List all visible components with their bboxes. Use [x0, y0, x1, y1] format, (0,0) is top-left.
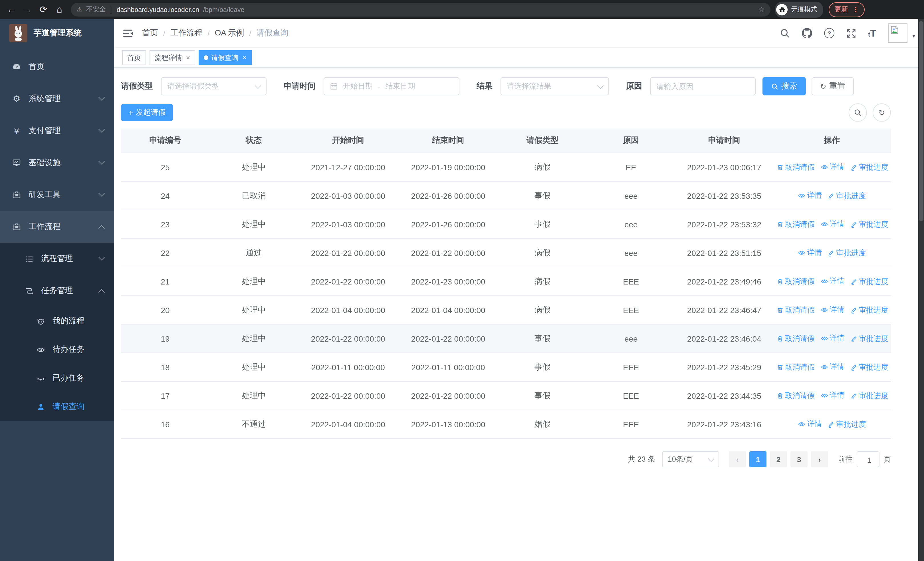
select-placeholder: 请选择流结果	[507, 81, 551, 92]
close-icon[interactable]: ×	[243, 54, 246, 61]
sidebar-item-task-mgmt[interactable]: 任务管理	[0, 275, 114, 307]
action-cancel-link[interactable]: 取消请假	[777, 162, 815, 173]
address-bar[interactable]: ⚠ 不安全 dashboard.yudao.iocoder.cn/bpm/oa/…	[71, 3, 771, 16]
sidebar-item-done-tasks[interactable]: 已办任务	[0, 364, 114, 393]
tab-leave-query[interactable]: 请假查询×	[199, 50, 252, 65]
result-select[interactable]: 请选择流结果	[501, 77, 609, 95]
close-icon[interactable]: ×	[186, 54, 190, 61]
security-label[interactable]: 不安全	[86, 5, 106, 14]
pen-icon	[850, 364, 857, 371]
sidebar-item-workflow[interactable]: 工作流程	[0, 211, 114, 243]
action-progress-link[interactable]: 审批进度	[850, 220, 888, 230]
action-cancel-link[interactable]: 取消请假	[777, 334, 815, 344]
search-icon	[771, 83, 778, 90]
action-detail-link[interactable]: 详情	[798, 248, 822, 258]
scrollbar-thumb[interactable]	[919, 21, 923, 221]
action-detail-link[interactable]: 详情	[820, 276, 844, 286]
cell-applied: 2022-01-22 23:53:32	[675, 210, 773, 239]
sidebar-item-home[interactable]: 首页	[0, 51, 114, 83]
browser-menu-icon[interactable]: ⋮	[852, 5, 859, 14]
sidebar-item-payment[interactable]: ¥ 支付管理	[0, 115, 114, 147]
search-button[interactable]: 搜索	[762, 77, 806, 95]
sidebar-toggle-button[interactable]	[114, 19, 142, 47]
font-size-icon[interactable]: tT	[868, 28, 876, 38]
browser-update-button[interactable]: 更新 ⋮	[829, 2, 865, 17]
action-progress-link[interactable]: 审批进度	[850, 362, 888, 373]
action-detail-link[interactable]: 详情	[820, 362, 844, 372]
action-detail-link[interactable]: 详情	[798, 419, 822, 429]
page-button-2[interactable]: 2	[770, 451, 787, 467]
bookmark-star-icon[interactable]: ☆	[758, 5, 765, 14]
action-label: 取消请假	[785, 362, 815, 373]
action-progress-link[interactable]: 审批进度	[850, 305, 888, 315]
search-icon[interactable]	[780, 28, 790, 38]
table-refresh-button[interactable]: ↻	[873, 104, 891, 122]
sidebar-item-my-process[interactable]: 我的流程	[0, 307, 114, 335]
action-progress-link[interactable]: 审批进度	[850, 162, 888, 173]
breadcrumb-item[interactable]: OA 示例	[215, 28, 244, 38]
reason-input[interactable]	[656, 82, 749, 90]
leave-type-select[interactable]: 请选择请假类型	[161, 77, 267, 95]
action-detail-link[interactable]: 详情	[820, 305, 844, 315]
page-button-1[interactable]: 1	[749, 451, 766, 467]
browser-reload-icon[interactable]: ⟳	[36, 3, 50, 16]
sidebar-item-leave-query[interactable]: 请假查询	[0, 393, 114, 421]
action-progress-link[interactable]: 审批进度	[828, 191, 866, 201]
browser-home-icon[interactable]: ⌂	[52, 3, 66, 16]
action-progress-link[interactable]: 审批进度	[850, 277, 888, 287]
sidebar-item-process-mgmt[interactable]: 流程管理	[0, 243, 114, 275]
action-label: 详情	[807, 191, 822, 201]
cell-type: 事假	[498, 381, 587, 410]
breadcrumb-item[interactable]: 首页	[142, 28, 158, 38]
refresh-icon: ↻	[820, 82, 826, 90]
leave-type-label: 请假类型	[121, 81, 153, 92]
goto-page-input[interactable]	[857, 452, 881, 468]
date-range-picker[interactable]: 开始日期 - 结束日期	[324, 77, 459, 95]
page-size-select[interactable]: 10条/页	[662, 451, 719, 467]
next-page-button[interactable]: ›	[811, 451, 828, 467]
cell-status: 处理中	[210, 353, 298, 381]
app-logo-row[interactable]: 芋道管理系统	[0, 19, 114, 47]
sidebar-item-devtools[interactable]: 研发工具	[0, 179, 114, 211]
prev-page-button[interactable]: ‹	[729, 451, 746, 467]
action-detail-link[interactable]: 详情	[820, 162, 844, 172]
cell-status: 处理中	[210, 267, 298, 296]
browser-back-icon[interactable]: ←	[4, 3, 18, 16]
action-progress-link[interactable]: 审批进度	[850, 334, 888, 344]
table-search-toggle-button[interactable]	[849, 104, 867, 122]
sidebar-item-infrastructure[interactable]: 基础设施	[0, 147, 114, 179]
pen-icon	[828, 421, 835, 428]
fullscreen-icon[interactable]	[846, 28, 856, 38]
action-progress-link[interactable]: 审批进度	[850, 391, 888, 401]
cell-start: 2022-01-03 00:00:00	[298, 210, 398, 239]
breadcrumb-item[interactable]: 工作流程	[170, 28, 202, 38]
github-icon[interactable]	[802, 28, 812, 38]
help-icon[interactable]: ?	[824, 28, 834, 38]
action-cancel-link[interactable]: 取消请假	[777, 220, 815, 230]
action-detail-link[interactable]: 详情	[820, 333, 844, 344]
table-toolbar: + 发起请假 ↻	[121, 104, 891, 122]
browser-forward-icon[interactable]: →	[21, 3, 34, 16]
row-actions: 取消请假详情审批进度	[773, 381, 891, 410]
sidebar-item-todo-tasks[interactable]: 待办任务	[0, 335, 114, 364]
action-cancel-link[interactable]: 取消请假	[777, 391, 815, 401]
user-menu[interactable]: ▼	[888, 23, 916, 43]
action-progress-link[interactable]: 审批进度	[828, 419, 866, 430]
action-cancel-link[interactable]: 取消请假	[777, 305, 815, 315]
action-cancel-link[interactable]: 取消请假	[777, 362, 815, 373]
top-navbar: 首页 / 工作流程 / OA 示例 / 请假查询 ? tT	[114, 19, 924, 48]
sidebar-item-system[interactable]: ⚙ 系统管理	[0, 83, 114, 115]
action-detail-link[interactable]: 详情	[820, 391, 844, 401]
tab-process-detail[interactable]: 流程详情×	[150, 50, 195, 65]
cell-status: 处理中	[210, 324, 298, 353]
tab-home[interactable]: 首页	[122, 50, 146, 65]
page-scrollbar[interactable]	[918, 19, 924, 561]
action-detail-link[interactable]: 详情	[798, 191, 822, 201]
page-button-3[interactable]: 3	[790, 451, 808, 467]
action-detail-link[interactable]: 详情	[820, 219, 844, 229]
reset-button[interactable]: ↻ 重置	[812, 77, 854, 95]
col-header-end: 结束时间	[398, 129, 498, 153]
create-leave-button[interactable]: + 发起请假	[121, 104, 173, 121]
action-progress-link[interactable]: 审批进度	[828, 248, 866, 258]
action-cancel-link[interactable]: 取消请假	[777, 277, 815, 287]
